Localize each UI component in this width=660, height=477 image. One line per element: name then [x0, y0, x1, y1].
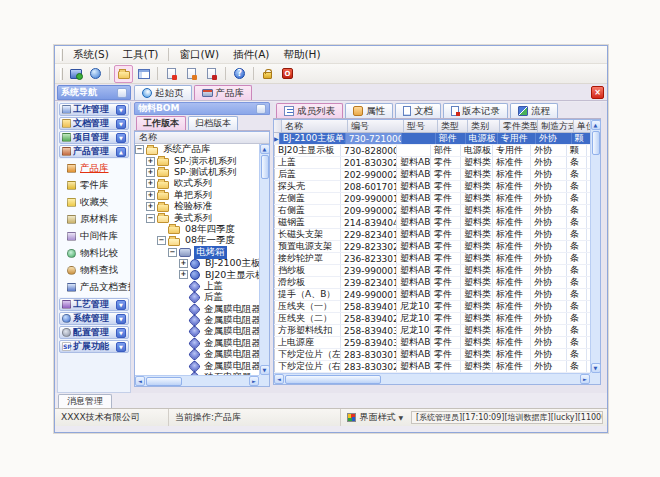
menu-item[interactable]: 插件(A): [226, 47, 276, 63]
sidebar-item-零件库[interactable]: 零件库: [58, 177, 130, 194]
sidebar-group-文档管理[interactable]: 文档管理▼: [59, 117, 129, 130]
scroll-thumb[interactable]: [261, 155, 269, 179]
ui-style-button[interactable]: 界面样式 ▼: [340, 409, 409, 426]
window-layout-button[interactable]: [134, 65, 153, 83]
close-icon[interactable]: ×: [591, 86, 604, 99]
sidebar-item-产品文档查找[interactable]: 产品文档查找: [58, 279, 130, 296]
column-header-编号[interactable]: 编号: [348, 120, 404, 132]
table-vertical-scrollbar[interactable]: ▲ ▼: [590, 120, 600, 373]
tab-文档[interactable]: 文档: [395, 103, 441, 118]
expand-icon[interactable]: +: [146, 168, 155, 177]
table-row[interactable]: 左侧盖209-990001-01X塑料ABS零件塑料类标准件外协条: [274, 193, 590, 205]
tab-起始页[interactable]: 起始页: [134, 85, 192, 100]
table-row[interactable]: 后盖202-990002-01X塑料ABS零件塑料类标准件外协条: [274, 169, 590, 181]
tab-归档版本[interactable]: 归档版本: [188, 116, 238, 130]
table-row[interactable]: ▶BJ-2100主板单点730-721000-12X部件电源板专用件外协颗: [274, 133, 590, 145]
sidebar-item-物料查找[interactable]: 物料查找: [58, 262, 130, 279]
sidebar-options-icon[interactable]: [117, 88, 127, 98]
scroll-up-icon[interactable]: ▲: [260, 144, 270, 154]
scroll-right-icon[interactable]: ►: [249, 376, 259, 386]
column-header-类型[interactable]: 类型: [438, 120, 468, 132]
tree-column-header[interactable]: 名称: [135, 132, 269, 144]
scroll-left-icon[interactable]: ◄: [274, 374, 284, 384]
tab-产品库[interactable]: 产品库: [194, 85, 253, 100]
message-manager-tab[interactable]: 消息管理: [58, 394, 112, 408]
chevron-down-icon[interactable]: ▼: [116, 300, 126, 310]
sidebar-group-产品管理[interactable]: 产品管理▲: [59, 145, 129, 158]
expand-icon[interactable]: +: [146, 202, 155, 211]
expand-icon[interactable]: +: [179, 270, 188, 279]
folder-button[interactable]: [114, 65, 133, 83]
sidebar-item-物料比较[interactable]: 物料比较: [58, 245, 130, 262]
tab-流程[interactable]: 流程: [510, 103, 558, 118]
tab-版本记录[interactable]: 版本记录: [443, 103, 508, 118]
column-header-零件类型[interactable]: 零件类型: [500, 120, 538, 132]
collapse-icon[interactable]: −: [135, 145, 144, 154]
menu-item[interactable]: 帮助(H): [276, 47, 327, 63]
scroll-thumb[interactable]: [592, 131, 600, 155]
table-row[interactable]: 提手（A、B）249-990001-01X塑料ABS零件塑料类标准件外协条: [274, 289, 590, 301]
doc-check-button[interactable]: [182, 65, 201, 83]
scroll-down-icon[interactable]: ▼: [260, 365, 270, 375]
table-row[interactable]: 方形塑料线扣258-839403-00X尼龙1010零件塑料类标准件外协条: [274, 325, 590, 337]
collapse-icon[interactable]: −: [146, 214, 155, 223]
table-row[interactable]: 接纱轮护罩236-823301-00X塑料ABS零件塑料类标准件外协条: [274, 253, 590, 265]
sidebar-group-项目管理[interactable]: 项目管理▼: [59, 131, 129, 144]
tree-vertical-scrollbar[interactable]: ▲ ▼: [259, 144, 269, 375]
scroll-left-icon[interactable]: ◄: [135, 376, 145, 386]
menu-grip[interactable]: [60, 49, 63, 61]
sidebar-group-扩展功能[interactable]: SP扩展功能▼: [59, 340, 129, 353]
expand-icon[interactable]: +: [146, 179, 155, 188]
sidebar-item-产品库[interactable]: 产品库: [58, 160, 130, 177]
expand-icon[interactable]: +: [146, 157, 155, 166]
table-row[interactable]: 挡纱板239-990001-01X塑料ABS零件塑料类标准件外协条: [274, 265, 590, 277]
table-row[interactable]: 探头壳208-601701-01X塑料ABS零件塑料类标准件外协条: [274, 181, 590, 193]
chevron-down-icon[interactable]: ▼: [116, 328, 126, 338]
table-row[interactable]: 压线夹（一）258-839401-00X尼龙1010零件塑料类标准件外协条: [274, 301, 590, 313]
chevron-down-icon[interactable]: ▼: [116, 119, 126, 129]
column-header-型号[interactable]: 型号: [404, 120, 438, 132]
menu-item[interactable]: 窗口(W): [172, 47, 226, 63]
globe-button[interactable]: [86, 65, 105, 83]
expand-icon[interactable]: +: [146, 191, 155, 200]
table-row[interactable]: 上盖201-830302-00X塑料ABS零件塑料类标准件外协条: [274, 157, 590, 169]
menu-item[interactable]: 系统(S): [66, 47, 116, 63]
table-row[interactable]: 磁钢盖214-839404-01X塑料ABS零件塑料类标准件外协条: [274, 217, 590, 229]
scroll-up-icon[interactable]: ▲: [591, 120, 601, 130]
sidebar-group-工艺管理[interactable]: 工艺管理▼: [59, 298, 129, 311]
toolbar-grip[interactable]: [60, 68, 63, 80]
table-row[interactable]: 预置电源支架229-823302-00X塑料ABS零件塑料类标准件外协条: [274, 241, 590, 253]
table-row[interactable]: 下纱定位片（左）283-830301-00X塑料ABS零件塑料类标准件外协条: [274, 349, 590, 361]
lock-button[interactable]: [258, 65, 277, 83]
doc-delete-button[interactable]: [202, 65, 221, 83]
chevron-up-icon[interactable]: ▲: [116, 147, 126, 157]
exit-button[interactable]: [278, 65, 297, 83]
sidebar-item-中间件库[interactable]: 中间件库: [58, 228, 130, 245]
chevron-down-icon[interactable]: ▼: [116, 133, 126, 143]
scroll-thumb[interactable]: [285, 375, 381, 384]
menu-item[interactable]: 工具(T): [116, 47, 166, 63]
tree-node-上盖[interactable]: 上盖: [135, 281, 259, 292]
doc-new-button[interactable]: [162, 65, 181, 83]
column-header-名称[interactable]: 名称: [282, 120, 348, 132]
table-row[interactable]: BJ20主显示板730-828000-04X部件电源板专用件外协颗: [274, 145, 590, 157]
tab-属性[interactable]: 属性: [345, 103, 393, 118]
tab-工作版本[interactable]: 工作版本: [136, 116, 186, 130]
collapse-icon[interactable]: −: [168, 248, 177, 257]
scroll-down-icon[interactable]: ▼: [591, 363, 601, 373]
sidebar-item-原材料库[interactable]: 原材料库: [58, 211, 130, 228]
column-header-制造方式[interactable]: 制造方式: [538, 120, 574, 132]
sidebar-item-收藏夹[interactable]: 收藏夹: [58, 194, 130, 211]
help-button[interactable]: [230, 65, 249, 83]
monitor-button[interactable]: [66, 65, 85, 83]
table-row[interactable]: 上电源座259-839403-00X塑料ABS零件塑料类标准件外协条: [274, 337, 590, 349]
table-horizontal-scrollbar[interactable]: ◄ ►: [274, 373, 590, 384]
table-row[interactable]: 长磁头支架229-823401-00X塑料ABS零件塑料类标准件外协条: [274, 229, 590, 241]
sidebar-group-工作管理[interactable]: 工作管理▼: [59, 103, 129, 116]
table-row[interactable]: 滑纱板239-823401-00X塑料ABS零件塑料类标准件外协条: [274, 277, 590, 289]
table-row[interactable]: 右侧盖209-990002-01X塑料ABS零件塑料类标准件外协条: [274, 205, 590, 217]
tab-成员列表[interactable]: 成员列表: [276, 103, 343, 118]
tree-node-BJ20主显示板[interactable]: +BJ20主显示板: [135, 269, 259, 280]
column-header-类别[interactable]: 类别: [468, 120, 500, 132]
sidebar-group-配置管理[interactable]: 配置管理▼: [59, 326, 129, 339]
